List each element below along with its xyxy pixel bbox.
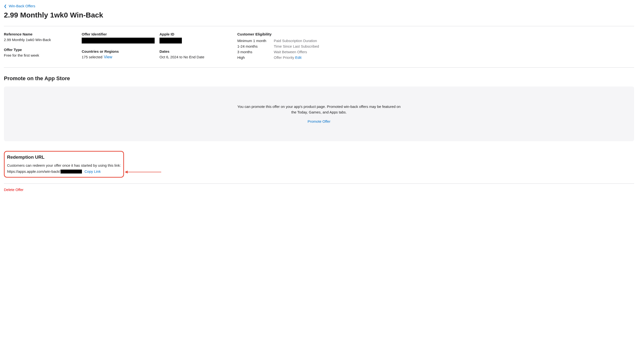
eligibility-row-key: Minimum 1 month — [237, 39, 271, 43]
countries-label: Countries or Regions — [82, 49, 160, 54]
promote-description: You can promote this offer on your app's… — [236, 104, 402, 115]
offer-type-label: Offer Type — [4, 48, 82, 52]
redemption-description: Customers can redeem your offer once it … — [7, 163, 121, 168]
promote-panel: You can promote this offer on your app's… — [4, 86, 634, 141]
eligibility-row-key: 1-24 months — [237, 44, 271, 48]
apple-id-redacted — [160, 38, 182, 44]
offer-identifier-redacted — [82, 38, 155, 44]
offer-type-value: Free for the first week — [4, 53, 82, 57]
offer-identifier-block: Offer Identifier — [82, 32, 160, 44]
eligibility-priority-desc: Offer Priority — [274, 56, 294, 60]
offer-identifier-label: Offer Identifier — [82, 32, 160, 36]
countries-value: 175 selected — [82, 55, 102, 59]
eligibility-row-desc: Paid Subscription Duration — [274, 39, 634, 43]
chevron-left-icon[interactable]: ❮ — [4, 4, 7, 8]
dates-block: Dates Oct 6, 2024 to No End Date — [160, 49, 237, 59]
promote-offer-link[interactable]: Promote Offer — [308, 119, 330, 124]
promote-section-title: Promote on the App Store — [4, 75, 634, 82]
dates-value: Oct 6, 2024 to No End Date — [160, 55, 237, 59]
offer-type-block: Offer Type Free for the first week — [4, 48, 82, 57]
eligibility-row-key: 3 months — [237, 50, 271, 54]
eligibility-edit-link[interactable]: Edit — [295, 56, 302, 60]
divider — [4, 184, 634, 184]
redemption-url-prefix: https://apps.apple.com/win-back/ — [7, 169, 60, 174]
annotation-arrow — [125, 170, 161, 174]
countries-view-link[interactable]: View — [104, 55, 112, 59]
divider — [4, 67, 634, 68]
apple-id-block: Apple ID — [160, 32, 237, 44]
delete-offer-link[interactable]: Delete Offer — [4, 188, 24, 192]
details-section: Reference Name 2.99 Monthly 1wk0 Win-Bac… — [4, 26, 634, 67]
redemption-url-redacted — [61, 170, 82, 174]
redemption-title: Redemption URL — [7, 154, 121, 160]
eligibility-block: Customer Eligibility Minimum 1 month Pai… — [237, 32, 634, 60]
eligibility-row-desc: Time Since Last Subscribed — [274, 44, 634, 48]
apple-id-label: Apple ID — [160, 32, 237, 36]
page-title: 2.99 Monthly 1wk0 Win-Back — [4, 11, 634, 19]
reference-name-value: 2.99 Monthly 1wk0 Win-Back — [4, 38, 82, 42]
reference-name-block: Reference Name 2.99 Monthly 1wk0 Win-Bac… — [4, 32, 82, 42]
redemption-section: Redemption URL Customers can redeem your… — [4, 151, 124, 178]
reference-name-label: Reference Name — [4, 32, 82, 36]
copy-link-button[interactable]: Copy Link — [84, 169, 101, 174]
eligibility-row-desc: Wait Between Offers — [274, 50, 634, 54]
eligibility-label: Customer Eligibility — [237, 32, 634, 36]
eligibility-row-desc: Offer Priority Edit — [274, 56, 634, 60]
breadcrumb-link[interactable]: Win-Back Offers — [9, 4, 35, 8]
dates-label: Dates — [160, 49, 237, 54]
breadcrumb: ❮ Win-Back Offers — [4, 4, 634, 8]
eligibility-row-key: High — [237, 56, 271, 60]
countries-block: Countries or Regions 175 selected View — [82, 49, 160, 59]
